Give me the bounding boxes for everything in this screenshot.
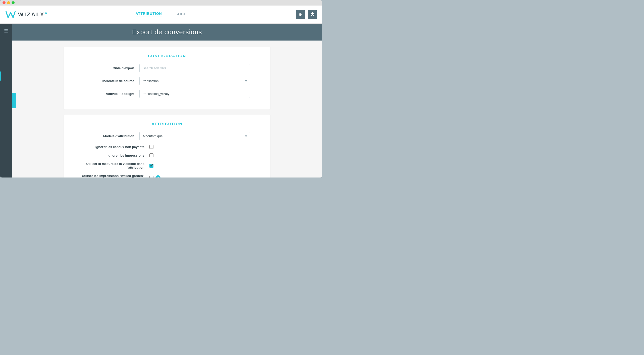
logo-text: WIZALY° bbox=[18, 11, 48, 18]
ignorer-canaux-control bbox=[149, 145, 260, 149]
indicateur-control: transaction revenue bbox=[139, 77, 250, 85]
close-button[interactable] bbox=[3, 1, 6, 4]
ignorer-canaux-label: Ignorer les canaux non payants bbox=[74, 145, 149, 149]
cible-control bbox=[139, 64, 250, 72]
walled-garden-checkbox[interactable] bbox=[149, 176, 153, 177]
modele-control: Algorithmique Dernier clic Premier clic … bbox=[139, 132, 250, 140]
page-title: Export de conversions bbox=[12, 28, 322, 36]
configuration-section: CONFIGURATION Cible d'export Indicateur … bbox=[64, 47, 270, 110]
title-bar bbox=[0, 0, 322, 6]
activite-input[interactable] bbox=[139, 90, 250, 98]
nav-tabs: ATTRIBUTION AIDE bbox=[136, 12, 186, 17]
content-area: Export de conversions CONFIGURATION Cibl… bbox=[12, 24, 322, 177]
power-icon: ⏻ bbox=[310, 12, 314, 17]
visibilite-label: Utiliser la mesure de la visibilité dans… bbox=[74, 162, 149, 169]
activite-label: Activité Floodlight bbox=[74, 92, 139, 96]
cible-input[interactable] bbox=[139, 64, 250, 72]
ignorer-impressions-checkbox[interactable] bbox=[149, 153, 153, 157]
modele-label: Modèle d'attribution bbox=[74, 134, 139, 138]
settings-icon: ⚙ bbox=[299, 12, 302, 17]
activite-control bbox=[139, 90, 250, 98]
maximize-button[interactable] bbox=[12, 1, 15, 4]
configuration-title: CONFIGURATION bbox=[74, 54, 260, 58]
visibilite-row: Utiliser la mesure de la visibilité dans… bbox=[74, 162, 260, 169]
attribution-title: ATTRIBUTION bbox=[74, 122, 260, 126]
modele-select[interactable]: Algorithmique Dernier clic Premier clic … bbox=[139, 132, 250, 140]
cible-label: Cible d'export bbox=[74, 66, 139, 70]
walled-garden-help-icon[interactable]: ? bbox=[155, 175, 160, 177]
minimize-button[interactable] bbox=[7, 1, 10, 4]
ignorer-impressions-control bbox=[149, 153, 260, 157]
indicateur-select[interactable]: transaction revenue bbox=[139, 77, 250, 85]
tab-aide[interactable]: AIDE bbox=[177, 12, 186, 17]
app-window: WIZALY° ATTRIBUTION AIDE ⚙ ⏻ ☰ bbox=[0, 0, 322, 177]
sidebar-right-tab[interactable] bbox=[12, 93, 16, 108]
main-layout: ☰ Export de conversions CONFIGURATION Ci… bbox=[0, 24, 322, 177]
modele-row: Modèle d'attribution Algorithmique Derni… bbox=[74, 132, 260, 140]
tab-attribution[interactable]: ATTRIBUTION bbox=[136, 12, 162, 17]
sidebar: ☰ bbox=[0, 24, 12, 177]
activite-row: Activité Floodlight bbox=[74, 90, 260, 98]
top-nav: WIZALY° ATTRIBUTION AIDE ⚙ ⏻ bbox=[0, 6, 322, 24]
attribution-section: ATTRIBUTION Modèle d'attribution Algorit… bbox=[64, 115, 270, 177]
sidebar-hamburger[interactable]: ☰ bbox=[3, 27, 9, 35]
visibilite-control bbox=[149, 164, 260, 168]
ignorer-impressions-row: Ignorer les impressions bbox=[74, 153, 260, 157]
visibilite-checkbox[interactable] bbox=[149, 164, 153, 168]
ignorer-canaux-checkbox[interactable] bbox=[149, 145, 153, 149]
walled-garden-row: Utiliser les impressions "walled garden"… bbox=[74, 174, 260, 177]
walled-garden-control: ? bbox=[149, 175, 260, 177]
settings-button[interactable]: ⚙ bbox=[296, 10, 305, 19]
indicateur-row: Indicateur de source transaction revenue bbox=[74, 77, 260, 85]
ignorer-canaux-row: Ignorer les canaux non payants bbox=[74, 145, 260, 149]
cible-row: Cible d'export bbox=[74, 64, 260, 72]
app-container: WIZALY° ATTRIBUTION AIDE ⚙ ⏻ ☰ bbox=[0, 6, 322, 177]
wizaly-logo-icon bbox=[5, 9, 16, 20]
indicateur-label: Indicateur de source bbox=[74, 79, 139, 83]
logo-area: WIZALY° bbox=[5, 9, 48, 20]
walled-garden-label: Utiliser les impressions "walled garden"… bbox=[74, 174, 149, 177]
ignorer-impressions-label: Ignorer les impressions bbox=[74, 154, 149, 157]
form-content: CONFIGURATION Cible d'export Indicateur … bbox=[54, 41, 280, 177]
nav-right: ⚙ ⏻ bbox=[296, 10, 317, 19]
power-button[interactable]: ⏻ bbox=[308, 10, 317, 19]
sidebar-active-indicator bbox=[0, 72, 1, 81]
page-header: Export de conversions bbox=[12, 24, 322, 41]
